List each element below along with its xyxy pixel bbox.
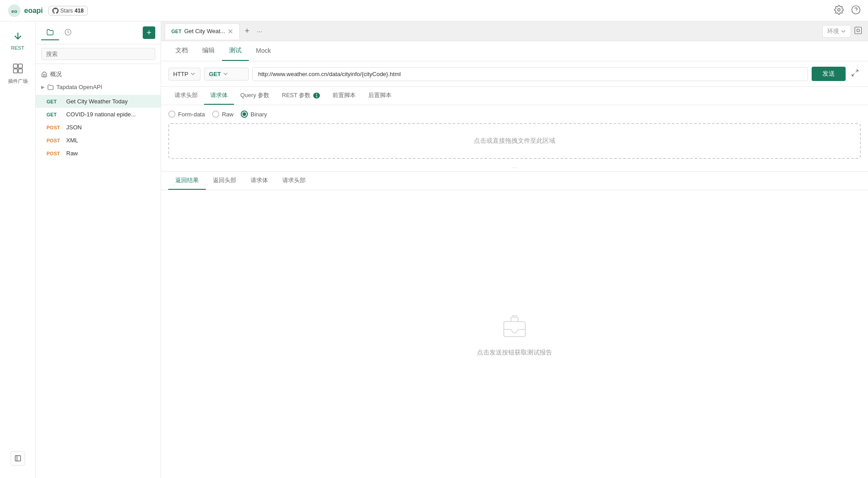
tab-edit[interactable]: 编辑 <box>195 41 222 61</box>
svg-rect-8 <box>13 69 17 73</box>
method-label: GET <box>209 71 221 77</box>
resp-tab-return-headers[interactable]: 返回头部 <box>206 172 243 190</box>
empty-state-icon <box>500 312 529 341</box>
env-label: 环境 <box>827 27 839 35</box>
tab-test[interactable]: 测试 <box>222 41 249 61</box>
svg-rect-7 <box>18 64 22 68</box>
api-name-raw: Raw <box>66 150 78 157</box>
sidebar-item-plugins-label: 插件广场 <box>8 78 28 85</box>
resp-tab-request-body[interactable]: 请求体 <box>243 172 275 190</box>
file-tree-panel: + 概况 ▶ Tapdata OpenAPI GET Get City Weat… <box>36 21 161 478</box>
method-badge-get-2: GET <box>47 112 63 117</box>
api-item-raw[interactable]: POST Raw <box>36 147 161 160</box>
method-selector[interactable]: GET <box>204 68 249 81</box>
radio-binary[interactable]: Binary <box>241 111 267 118</box>
record-button[interactable] <box>852 25 864 38</box>
api-item-json[interactable]: POST JSON <box>36 121 161 134</box>
sidebar-item-plugins[interactable]: 插件广场 <box>2 60 34 88</box>
tree-content: 概况 ▶ Tapdata OpenAPI GET Get City Weathe… <box>36 64 161 478</box>
api-name-weather: Get City Weather Today <box>66 98 128 105</box>
radio-label-form-data: Form-data <box>178 111 205 118</box>
tab-history[interactable] <box>59 25 77 40</box>
api-item-xml[interactable]: POST XML <box>36 134 161 147</box>
request-type-tabs: 文档 编辑 测试 Mock <box>161 41 868 61</box>
radio-label-raw: Raw <box>222 111 234 118</box>
svg-rect-9 <box>18 69 22 73</box>
api-item-weather[interactable]: GET Get City Weather Today <box>36 95 161 108</box>
tree-section-tapdata[interactable]: ▶ Tapdata OpenAPI <box>36 81 161 93</box>
settings-icon-button[interactable] <box>834 5 844 16</box>
svg-text:eo: eo <box>12 8 17 13</box>
method-badge-post-2: POST <box>47 138 63 143</box>
protocol-chevron-icon <box>190 71 196 77</box>
resp-tab-request-headers[interactable]: 请求头部 <box>275 172 313 190</box>
section-label: Tapdata OpenAPI <box>56 84 102 90</box>
search-input[interactable] <box>41 48 155 60</box>
api-list: GET Get City Weather Today GET COVID-19 … <box>36 93 161 162</box>
svg-rect-10 <box>15 456 21 461</box>
body-type-radio-group: Form-data Raw Binary <box>161 105 868 123</box>
stars-count: 418 <box>75 8 84 14</box>
api-name-xml: XML <box>66 137 78 144</box>
svg-rect-6 <box>13 64 17 68</box>
home-item[interactable]: 概况 <box>36 68 161 81</box>
expand-arrow-icon: ▶ <box>41 85 45 90</box>
protocol-label: HTTP <box>173 71 188 77</box>
radio-circle-form-data <box>168 111 175 118</box>
logo: eo eoapi <box>7 4 43 18</box>
plugins-icon <box>13 63 23 76</box>
expand-button[interactable] <box>849 67 861 81</box>
close-tab-icon[interactable] <box>228 29 233 34</box>
resize-handle[interactable]: ··· <box>161 162 868 171</box>
rest-icon <box>13 30 23 43</box>
more-tabs-button[interactable]: ··· <box>254 28 265 35</box>
file-tree-tabs <box>41 25 139 40</box>
stars-label: Stars <box>60 8 73 14</box>
radio-raw[interactable]: Raw <box>212 111 234 118</box>
logo-text: eoapi <box>24 7 43 15</box>
api-name-covid: COVID-19 national epide... <box>66 111 136 118</box>
body-tab-request-body[interactable]: 请求体 <box>204 87 234 105</box>
svg-point-3 <box>852 6 860 14</box>
add-tab-button[interactable]: + <box>241 25 253 38</box>
response-tabs: 返回结果 返回头部 请求体 请求头部 <box>161 172 868 190</box>
sidebar-item-rest-label: REST <box>11 45 24 51</box>
tab-docs[interactable]: 文档 <box>168 41 195 61</box>
top-bar-right <box>834 5 861 16</box>
file-drop-zone[interactable]: 点击或直接拖拽文件至此区域 <box>168 123 861 159</box>
svg-rect-15 <box>855 27 862 34</box>
protocol-selector[interactable]: HTTP <box>168 68 200 81</box>
add-api-button[interactable]: + <box>143 26 155 39</box>
tab-mock[interactable]: Mock <box>249 42 278 60</box>
search-bar <box>36 44 161 64</box>
top-bar: eo eoapi Stars 418 <box>0 0 868 21</box>
body-tab-rest-params[interactable]: REST 参数 1 <box>276 87 326 105</box>
body-tab-pre-script[interactable]: 前置脚本 <box>326 87 362 105</box>
tab-bar: GET Get City Weat... + ··· 环境 <box>161 21 868 41</box>
rest-params-badge: 1 <box>313 93 320 98</box>
top-bar-left: eo eoapi Stars 418 <box>7 4 88 18</box>
tab-weather-request[interactable]: GET Get City Weat... <box>165 23 240 39</box>
tab-method-badge: GET <box>171 29 182 34</box>
body-tab-request-headers[interactable]: 请求头部 <box>168 87 204 105</box>
resp-tab-return-result[interactable]: 返回结果 <box>168 172 206 190</box>
body-tabs: 请求头部 请求体 Query 参数 REST 参数 1 前置脚本 后置脚本 <box>161 87 868 105</box>
radio-label-binary: Binary <box>251 111 267 118</box>
empty-state-text: 点击发送按钮获取测试报告 <box>477 349 552 357</box>
sidebar-item-rest[interactable]: REST <box>2 27 34 54</box>
radio-form-data[interactable]: Form-data <box>168 111 205 118</box>
body-tab-query-params[interactable]: Query 参数 <box>234 87 276 105</box>
collapse-sidebar-button[interactable] <box>11 451 25 465</box>
drop-zone-text: 点击或直接拖拽文件至此区域 <box>474 137 555 145</box>
help-icon-button[interactable] <box>851 5 861 16</box>
send-button[interactable]: 发送 <box>812 67 846 81</box>
env-selector[interactable]: 环境 <box>822 25 851 38</box>
method-badge-post-3: POST <box>47 151 63 156</box>
body-tab-post-script[interactable]: 后置脚本 <box>362 87 398 105</box>
api-item-covid[interactable]: GET COVID-19 national epide... <box>36 108 161 121</box>
home-label: 概况 <box>50 70 62 78</box>
tab-files[interactable] <box>41 25 59 40</box>
method-chevron-icon <box>223 71 228 77</box>
github-badge[interactable]: Stars 418 <box>48 6 88 16</box>
url-input[interactable] <box>252 67 808 81</box>
